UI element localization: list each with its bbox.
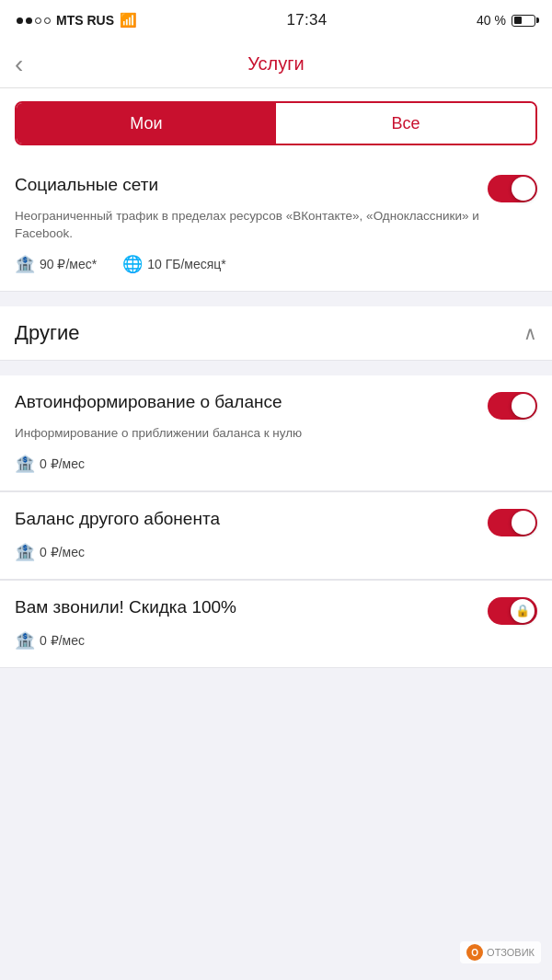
- service-title-balance: Баланс другого абонента: [15, 509, 477, 529]
- price-label-vamzvonili: 0 ₽/мес: [40, 633, 85, 648]
- service-desc-autoinfo: Информирование о приближении баланса к н…: [15, 425, 537, 443]
- price-label-autoinfo: 0 ₽/мес: [40, 456, 85, 471]
- service-meta-vamzvonili: 🏦 0 ₽/мес: [15, 630, 537, 651]
- status-bar: MTS RUS 📶 17:34 40 %: [0, 0, 552, 40]
- lock-icon: 🔒: [515, 604, 530, 617]
- service-card-balance-header: Баланс другого абонента: [15, 509, 537, 536]
- tab-moi[interactable]: Мои: [17, 103, 276, 144]
- signal-dots: [17, 17, 51, 24]
- piggybank-icon: 🏦: [15, 254, 35, 274]
- segment-control: Мои Все: [15, 101, 537, 145]
- service-meta-autoinfo: 🏦 0 ₽/мес: [15, 454, 537, 474]
- service-title-social: Социальные сети: [15, 175, 477, 195]
- battery-icon: [512, 15, 535, 27]
- service-meta-balance: 🏦 0 ₽/мес: [15, 542, 537, 562]
- back-button[interactable]: ‹: [15, 52, 23, 77]
- price-label: 90 ₽/мес*: [40, 257, 97, 271]
- tab-vse[interactable]: Все: [276, 103, 535, 144]
- toggle-lock-knob: 🔒: [511, 599, 535, 623]
- section-header-drugie[interactable]: Другие ∧: [0, 306, 552, 361]
- piggybank-icon-3: 🏦: [15, 542, 35, 562]
- service-card-social: Социальные сети Неограниченный трафик в …: [0, 158, 552, 292]
- service-title-vamzvonili: Вам звонили! Скидка 100%: [15, 597, 477, 617]
- service-card-header: Социальные сети: [15, 175, 537, 202]
- toggle-knob-autoinfo: [512, 394, 535, 418]
- toggle-knob-social: [512, 177, 535, 201]
- service-meta-social: 🏦 90 ₽/мес* 🌐 10 ГБ/месяц*: [15, 254, 537, 274]
- page-title: Услуги: [247, 53, 305, 75]
- carrier-name: MTS RUS: [56, 13, 114, 28]
- wifi-icon: 📶: [120, 12, 137, 29]
- battery-percent: 40 %: [477, 13, 506, 28]
- watermark-text: ОТЗОВИК: [487, 947, 535, 958]
- battery-info: 40 %: [477, 13, 535, 28]
- toggle-social[interactable]: [488, 175, 537, 202]
- dot4: [44, 17, 51, 24]
- piggybank-icon-2: 🏦: [15, 454, 35, 474]
- service-card-autoinfo: Автоинформирование о балансе Информирова…: [0, 375, 552, 491]
- meta-price-balance: 🏦 0 ₽/мес: [15, 542, 85, 562]
- service-card-autoinfo-header: Автоинформирование о балансе: [15, 392, 537, 420]
- service-card-balance: Баланс другого абонента 🏦 0 ₽/мес: [0, 492, 552, 580]
- battery-fill: [514, 17, 522, 24]
- watermark-logo: О: [466, 944, 483, 961]
- carrier-info: MTS RUS 📶: [17, 12, 137, 29]
- meta-price-autoinfo: 🏦 0 ₽/мес: [15, 454, 85, 474]
- segment-wrapper: Мои Все: [0, 88, 552, 158]
- service-card-vamzvonili: Вам звонили! Скидка 100% 🔒 🏦 0 ₽/мес: [0, 581, 552, 668]
- service-card-vamzvonili-header: Вам звонили! Скидка 100% 🔒: [15, 597, 537, 625]
- toggle-vamzvonili[interactable]: 🔒: [488, 597, 537, 625]
- service-title-autoinfo: Автоинформирование о балансе: [15, 392, 477, 412]
- dot3: [35, 17, 41, 24]
- nav-bar: ‹ Услуги: [0, 40, 552, 88]
- section-divider-2: [0, 361, 552, 375]
- meta-price: 🏦 90 ₽/мес*: [15, 254, 97, 274]
- watermark: О ОТЗОВИК: [460, 941, 541, 963]
- price-label-balance: 0 ₽/мес: [40, 545, 85, 559]
- status-time: 17:34: [287, 11, 328, 29]
- toggle-knob-balance: [512, 511, 535, 535]
- section-title-drugie: Другие: [15, 321, 79, 345]
- dot1: [17, 17, 23, 24]
- section-divider-1: [0, 292, 552, 306]
- meta-volume: 🌐 10 ГБ/месяц*: [122, 254, 226, 274]
- globe-icon: 🌐: [122, 254, 143, 274]
- dot2: [26, 17, 32, 24]
- toggle-autoinfo[interactable]: [488, 392, 537, 420]
- piggybank-icon-4: 🏦: [15, 630, 35, 651]
- toggle-balance[interactable]: [488, 509, 537, 536]
- volume-label: 10 ГБ/месяц*: [147, 257, 226, 271]
- meta-price-vamzvonili: 🏦 0 ₽/мес: [15, 630, 85, 651]
- service-desc-social: Неограниченный трафик в пределах ресурсо…: [15, 208, 537, 243]
- chevron-up-icon: ∧: [523, 322, 537, 344]
